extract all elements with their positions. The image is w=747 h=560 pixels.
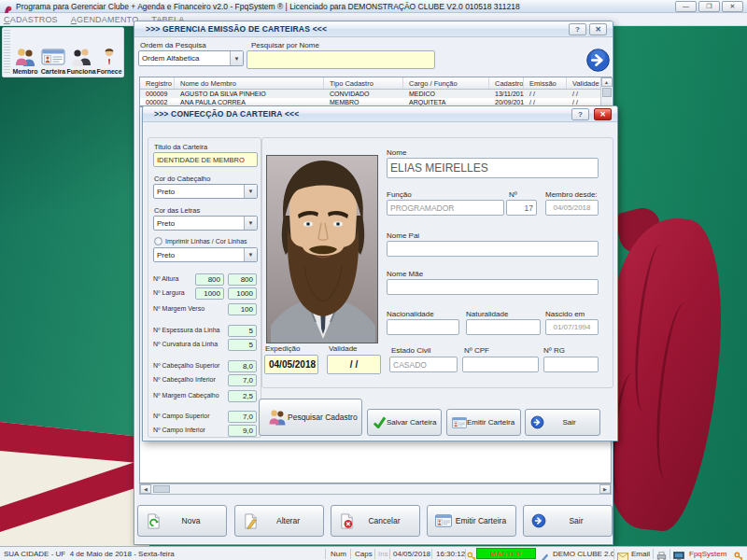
- col-registro[interactable]: Registro: [140, 77, 175, 89]
- gerencia-titlebar[interactable]: >>> GERENCIA EMISSÃO DE CARTEIRAS <<< ? …: [134, 21, 613, 37]
- cabecalho-superior-input[interactable]: 8,0: [228, 360, 257, 372]
- expedicao-input[interactable]: 04/05/2018: [264, 355, 318, 374]
- espessura-linha-input[interactable]: 5: [228, 325, 257, 337]
- statusbar-brand: FpqSystem: [689, 550, 726, 558]
- nome-input[interactable]: ELIAS MEIRELLES: [387, 158, 599, 178]
- field-label: Nº Cabeçalho Superior: [153, 362, 219, 369]
- emitir-carteira-button[interactable]: Emitir Carteira: [427, 505, 516, 537]
- menu-cadastros[interactable]: CADASTROS: [4, 15, 58, 24]
- statusbar-client: DEMO CLUBE 2.0: [553, 550, 614, 558]
- search-go-button[interactable]: [585, 47, 612, 74]
- sair-dialog-button[interactable]: Sair: [525, 409, 600, 436]
- main-window-title: Programa para Gerenciar Clube + Agenda e…: [16, 2, 520, 11]
- order-select[interactable]: Ordem Alfabetica ▼: [138, 50, 244, 66]
- cancel-icon: [339, 513, 355, 529]
- statusbar-num: Num: [331, 550, 346, 558]
- nacionalidade-input[interactable]: [387, 319, 459, 335]
- validade-label: Validade: [329, 344, 358, 353]
- scroll-up-icon[interactable]: ▲: [601, 77, 613, 87]
- help-button[interactable]: ?: [569, 23, 586, 35]
- col-cadastro[interactable]: Cadastro: [489, 77, 524, 89]
- cor-letras-select[interactable]: Preto ▼: [153, 216, 258, 231]
- rg-input[interactable]: [543, 357, 599, 372]
- naturalidade-label: Naturalidade: [466, 310, 508, 318]
- field-label: Nº Cabeçalho Inferior: [153, 376, 216, 383]
- scroll-right-icon[interactable]: ▶: [599, 484, 611, 494]
- field-label: Nº Espessura da Linha: [153, 327, 219, 333]
- validade-input[interactable]: / /: [327, 355, 381, 374]
- close-button[interactable]: ✕: [722, 1, 743, 12]
- titulo-label: Titulo da Carteira: [154, 143, 207, 151]
- gerencia-title: >>> GERENCIA EMISSÃO DE CARTEIRAS <<<: [146, 24, 327, 34]
- cor-cabecalho-select[interactable]: Preto ▼: [153, 184, 258, 199]
- toolbar-grip[interactable]: [4, 30, 10, 75]
- toolbar-fornece-button[interactable]: Fornece: [95, 28, 123, 77]
- imprimir-linhas-radio[interactable]: [154, 237, 162, 245]
- largura-input-2[interactable]: 1000: [228, 287, 257, 300]
- col-tipo[interactable]: Tipo Cadastro: [324, 77, 403, 89]
- confeccao-close-button[interactable]: ✕: [594, 108, 612, 120]
- card-settings-group: Titulo da Carteira IDENTIDADE DE MEMBRO …: [148, 137, 261, 438]
- naturalidade-input[interactable]: [466, 319, 541, 335]
- menu-agendamento[interactable]: AGENDAMENTO: [71, 15, 139, 24]
- gerencia-close-button[interactable]: ✕: [589, 23, 607, 35]
- monitor-icon[interactable]: [673, 549, 684, 560]
- table-row[interactable]: 000009 AGUSTO DA SILVA PINHEIO CONVIDADO…: [140, 90, 600, 98]
- statusbar-email[interactable]: Email: [631, 550, 650, 558]
- campo-superior-input[interactable]: 7,0: [228, 411, 257, 423]
- titulo-input[interactable]: IDENTIDADE DE MEMBRO: [153, 152, 258, 167]
- salvar-carteira-button[interactable]: Salvar Carteira: [367, 409, 442, 436]
- restore-button[interactable]: ❐: [698, 1, 720, 12]
- col-nome[interactable]: Nome do Membro: [175, 77, 324, 89]
- altura-input-2[interactable]: 800: [228, 273, 257, 286]
- numero-input[interactable]: 17: [506, 200, 537, 216]
- statusbar-caps: Caps: [355, 550, 373, 558]
- printer-icon[interactable]: [656, 549, 667, 560]
- cabecalho-inferior-input[interactable]: 7,0: [228, 374, 257, 386]
- desktop-flag-art: [0, 26, 149, 546]
- main-toolbar: Membro Carteira Funciona Forn: [2, 27, 124, 77]
- field-label: Nº Curvatura da Linha: [153, 341, 218, 347]
- largura-input-1[interactable]: 1000: [195, 287, 224, 300]
- toolbar-membro-button[interactable]: Membro: [11, 28, 39, 77]
- go-arrow-icon: [585, 47, 612, 74]
- statusbar: SUA CIDADE - UF 4 de Maio de 2018 - Sext…: [0, 546, 747, 560]
- horizontal-scrollbar[interactable]: ◀ ▶: [139, 483, 612, 495]
- estado-civil-label: Estado Civil: [391, 346, 430, 355]
- alterar-button[interactable]: Alterar: [234, 505, 324, 537]
- scroll-left-icon[interactable]: ◀: [140, 484, 151, 494]
- margem-cabecalho-input[interactable]: 2,5: [228, 390, 257, 402]
- funcao-input[interactable]: PROGRAMADOR: [387, 200, 504, 216]
- membro-desde-input[interactable]: 04/05/2018: [545, 200, 599, 216]
- nascido-em-input[interactable]: 01/07/1994: [545, 319, 599, 335]
- toolbar-carteira-button[interactable]: Carteira: [39, 28, 67, 77]
- col-cargo[interactable]: Cargo / Função: [403, 77, 489, 89]
- col-emissao[interactable]: Emissão: [524, 77, 567, 89]
- help-button[interactable]: ?: [571, 108, 589, 120]
- nova-button[interactable]: Nova: [137, 505, 227, 537]
- campo-inferior-input[interactable]: 9,0: [228, 425, 257, 437]
- table-vertical-scrollbar[interactable]: ▲: [600, 77, 612, 106]
- sair-button[interactable]: Sair: [523, 505, 613, 537]
- cor-linhas-select[interactable]: Preto ▼: [153, 247, 258, 262]
- pesquisar-cadastro-button[interactable]: Pesquisar Cadastro: [259, 399, 362, 436]
- cpf-input[interactable]: [462, 357, 539, 372]
- col-validade[interactable]: Validade: [567, 77, 600, 89]
- nome-mae-label: Nome Mãe: [387, 270, 423, 278]
- margem-verso-input[interactable]: 100: [228, 303, 257, 315]
- emitir-carteira-dialog-button[interactable]: Emitir Carteira: [446, 409, 521, 436]
- confeccao-titlebar[interactable]: >>> CONFECÇÃO DA CARTEIRA <<< ? ✕: [143, 106, 617, 122]
- table-header: Registro Nome do Membro Tipo Cadastro Ca…: [140, 77, 600, 90]
- new-icon: [146, 513, 162, 529]
- estado-civil-input[interactable]: CASADO: [389, 357, 458, 372]
- nome-pai-input[interactable]: [387, 241, 599, 257]
- toolbar-funciona-button[interactable]: Funciona: [67, 28, 95, 77]
- search-input[interactable]: [247, 50, 435, 69]
- statusbar-time: 16:30:12: [436, 550, 465, 558]
- nome-mae-input[interactable]: [387, 279, 599, 295]
- curvatura-linha-input[interactable]: 5: [228, 339, 257, 351]
- altura-input-1[interactable]: 800: [195, 273, 224, 286]
- statusbar-date: 04/05/2018: [393, 550, 430, 558]
- minimize-button[interactable]: —: [675, 1, 697, 12]
- cancelar-button[interactable]: Cancelar: [331, 505, 420, 537]
